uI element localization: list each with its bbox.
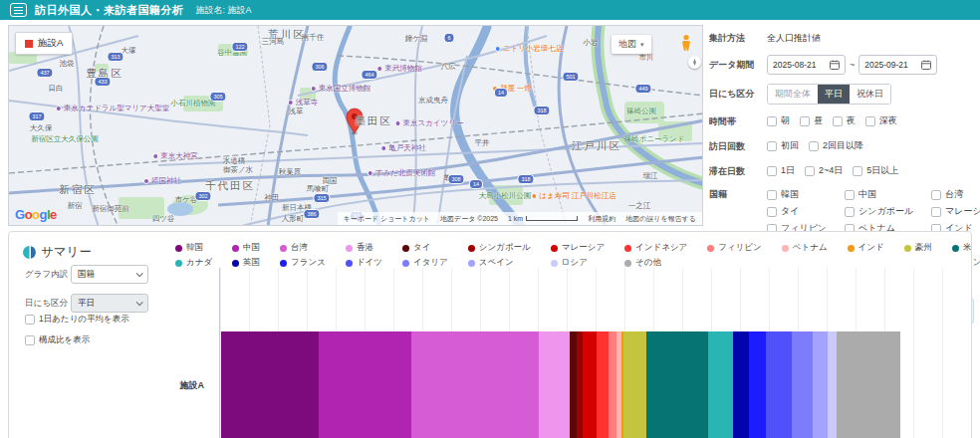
google-logo[interactable]: Google (15, 207, 57, 222)
date-to-input[interactable]: 2025-09-21 (858, 55, 937, 75)
date-from-input[interactable]: 2025-08-21 (767, 55, 846, 75)
visit-count-option[interactable]: 2回目以降 (809, 139, 863, 152)
bar-segment (749, 331, 765, 438)
legend-label: タイ (413, 242, 430, 254)
legend-label: シンガポール (479, 242, 531, 254)
visit-count-option[interactable]: 初回 (767, 139, 799, 152)
chart-plot-area (219, 268, 972, 438)
nationality-option[interactable]: 台湾 (931, 188, 980, 201)
legend-color-dot (952, 245, 959, 252)
stay-days-option[interactable]: 5日以上 (853, 164, 898, 177)
breakdown-select[interactable]: 国籍 (71, 265, 148, 284)
legend-color-dot (232, 260, 239, 267)
legend-item: インドネシア (624, 242, 687, 254)
legend-color-dot (280, 260, 287, 267)
compass-icon[interactable] (688, 56, 701, 69)
google-logo-letter: G (15, 207, 25, 222)
summary-display-option[interactable]: 構成比を表示 (25, 334, 129, 346)
date-from-value: 2025-08-21 (773, 60, 825, 70)
visit-count-option-label: 初回 (781, 139, 799, 152)
time-band-option[interactable]: 朝 (767, 114, 790, 127)
nationality-option-label: 中国 (858, 188, 876, 201)
period-separator: ~ (850, 60, 855, 70)
google-logo-letter: g (40, 207, 47, 222)
nationality-option[interactable]: マレーシア (931, 205, 980, 218)
map-attribution-bar: キーボード ショートカット 地図データ ©2025 1 km 利用規約 地図の誤… (338, 212, 702, 225)
legend-color-dot (624, 260, 631, 267)
map-scale: 1 km (508, 215, 578, 222)
legend-color-dot (782, 245, 789, 252)
legend-color-dot (175, 245, 182, 252)
time-band-option[interactable]: 昼 (800, 114, 823, 127)
checkbox-icon (931, 207, 941, 217)
legend-color-dot (904, 245, 911, 252)
google-logo-letter: e (50, 207, 57, 222)
aggregation-label: 集計方法 (709, 32, 767, 45)
nationality-option-label: 韓国 (781, 188, 799, 201)
period-row: データ期間 2025-08-21 ~ 2025-09-21 (709, 55, 974, 75)
stay-days-option[interactable]: 1日 (767, 164, 795, 177)
day-type-row: 日にち区分 期間全体平日祝休日 (709, 84, 974, 105)
legend-item: 中国 (232, 242, 260, 254)
app-header: 訪日外国人・来訪者国籍分析 施設名: 施設A (0, 0, 980, 20)
legend-label: フィリピン (718, 242, 762, 254)
nationality-option[interactable]: 中国 (845, 188, 913, 201)
checkbox-icon (767, 190, 777, 200)
checkbox-icon (25, 315, 35, 325)
checkbox-icon (845, 207, 855, 217)
summary-day-type-row: 日にち区分 平日 (25, 294, 148, 313)
nationality-option-label: 台湾 (945, 188, 963, 201)
summary-card: サマリー グラフ内訳 国籍 日にち区分 平日 1日あたりの平均を表示構成比を表示… (8, 231, 972, 438)
time-band-option[interactable]: 深夜 (865, 114, 897, 127)
nationality-label: 国籍 (709, 188, 767, 201)
keyboard-shortcuts-link[interactable]: キーボード ショートカット (344, 214, 430, 224)
visit-count-row: 訪日回数 初回2回目以降 (709, 138, 974, 154)
bar-segment (646, 331, 707, 438)
legend-item: フィリピン (707, 242, 762, 254)
stay-days-option[interactable]: 2~4日 (805, 164, 843, 177)
checkbox-icon (25, 335, 35, 345)
terms-link[interactable]: 利用規約 (588, 214, 615, 224)
facility-marker-icon (25, 40, 33, 48)
aggregation-row: 集計方法 全人口推計値 (709, 30, 974, 46)
summary-display-option[interactable]: 1日あたりの平均を表示 (25, 314, 129, 326)
legend-label: 豪州 (915, 242, 932, 254)
day-type-option-1[interactable]: 平日 (818, 85, 850, 104)
legend-item: 米国 (952, 242, 972, 254)
bar-segment (539, 331, 570, 438)
stay-days-label: 滞在日数 (709, 165, 767, 178)
time-band-option-label: 昼 (814, 114, 823, 127)
menu-button[interactable] (10, 3, 27, 17)
google-logo-letter: o (25, 207, 32, 222)
checkbox-icon (767, 166, 777, 176)
facility-label: 施設名: 施設A (196, 4, 252, 17)
legend-item: シンガポール (468, 242, 531, 254)
map-data-label: 地図データ ©2025 (440, 214, 498, 224)
nationality-option[interactable]: シンガポール (845, 205, 913, 218)
summary-day-type-select[interactable]: 平日 (71, 294, 148, 313)
day-type-option-0[interactable]: 期間全体 (768, 85, 818, 104)
map-legend-chip: 施設A (15, 32, 73, 55)
time-band-option[interactable]: 夜 (833, 114, 856, 127)
checkbox-icon (809, 141, 819, 151)
legend-item: 豪州 (904, 242, 932, 254)
map-card: 荒川区豊島区墨田区新宿区千代田区江戸川区池袋大塚目白谷中霊園三河島南千住鐘ケ淵東… (8, 25, 703, 226)
chip-label: 施設A (38, 37, 63, 50)
summary-day-type-value: 平日 (78, 298, 95, 310)
day-type-option-2[interactable]: 祝休日 (850, 85, 890, 104)
breakdown-label: グラフ内訳 (25, 269, 71, 281)
stay-days-option-label: 2~4日 (819, 164, 843, 177)
bar-segment (766, 331, 792, 438)
pegman-icon[interactable] (678, 34, 694, 52)
nationality-option-label: タイ (781, 205, 799, 218)
report-map-error-link[interactable]: 地図の誤りを報告する (625, 214, 696, 224)
map-type-button[interactable]: 地図 ▾ (612, 35, 651, 54)
nationality-option[interactable]: タイ (767, 205, 827, 218)
map-canvas[interactable] (9, 26, 703, 226)
legend-color-dot (468, 260, 475, 267)
bar-segment (221, 331, 319, 438)
bar-category-label: 施設A (9, 379, 204, 392)
nationality-option[interactable]: 韓国 (767, 188, 827, 201)
summary-day-type-label: 日にち区分 (25, 298, 71, 310)
legend-item: ベトナム (782, 242, 828, 254)
